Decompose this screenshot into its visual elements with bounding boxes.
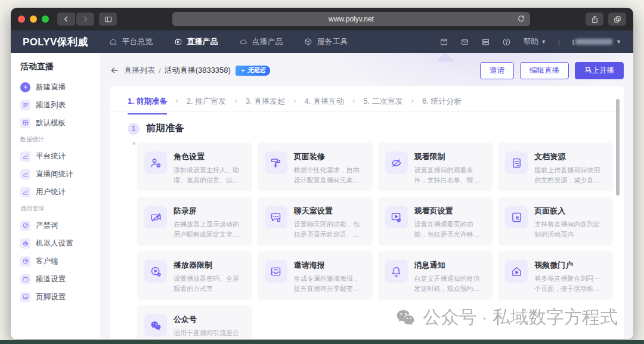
nav-item-tools[interactable]: 服务工具	[304, 36, 348, 47]
storage-box-icon[interactable]	[439, 38, 448, 47]
share-button[interactable]	[586, 13, 603, 26]
card-title: 页面嵌入	[534, 206, 606, 216]
list-icon	[20, 100, 30, 110]
feature-card[interactable]: 角色设置添加或设置主持人、助理、嘉宾的信息、以及新增助...	[137, 142, 252, 191]
appbar-icon-group	[439, 38, 511, 47]
tab-step-6[interactable]: 6. 统计分析	[422, 96, 462, 114]
document-icon	[505, 151, 528, 174]
back-button[interactable]	[57, 13, 75, 26]
feature-card[interactable]: 观看限制设置直播间的观看条件，支持白名单、报名观看、验...	[378, 142, 493, 191]
plus-icon	[20, 82, 30, 92]
wechat-icon	[144, 314, 167, 337]
address-bar[interactable]: www.polyv.net	[172, 12, 530, 26]
polyv-logo[interactable]: POLYV保利威	[23, 35, 88, 49]
sidebar-item[interactable]: 新建直播	[20, 82, 95, 92]
decorate-icon	[265, 151, 287, 174]
card-title: 聊天室设置	[294, 206, 366, 216]
card-text: 观看页设置设置直播观看页的功能，包括是否允许移动端观看等	[414, 206, 486, 237]
divider: |	[558, 38, 560, 47]
breadcrumb-parent[interactable]: 直播列表	[124, 65, 155, 76]
feature-card[interactable]: 播放器限制设置播放器密码、全屏观看的方式等	[137, 251, 252, 300]
sidebar-item[interactable]: 直播间统计	[20, 169, 95, 179]
feature-card[interactable]: 消息通知自定义开播通知的短信发送时机，观众预约直播后，...	[378, 251, 493, 300]
sidebar-item[interactable]: 频道设置	[20, 274, 95, 284]
close-window-button[interactable]	[18, 16, 25, 23]
sidebar-item[interactable]: 默认模板	[20, 117, 95, 128]
caret-down-icon: ▼	[541, 39, 546, 45]
minimize-window-button[interactable]	[30, 16, 37, 23]
card-text: 公众号适用于直播间引流至公众号或客服，沉淀用户至私域...	[174, 314, 245, 339]
action-buttons: 邀请编辑直播马上开播	[480, 62, 624, 79]
card-text: 页面装修根据个性化需求，自由设计配置直播间元素。支持自...	[294, 151, 366, 182]
sidebar-item[interactable]: 页脚设置	[20, 292, 95, 302]
feature-card[interactable]: 聊天室设置设置聊天区的功能，包括是否显示欢迎语、是否支持...	[258, 197, 373, 246]
sidebar-toggle-button[interactable]	[99, 13, 117, 26]
sidebar-item-label: 严禁词	[36, 221, 58, 231]
help-circle-icon[interactable]	[502, 38, 511, 47]
browser-chrome: www.polyv.net	[11, 8, 633, 30]
start-live-button[interactable]: 马上开播	[575, 62, 624, 79]
sidebar-item[interactable]: 用户统计	[20, 187, 95, 197]
scrollbar[interactable]	[616, 99, 620, 196]
help-menu[interactable]: 帮助 ▼	[523, 36, 546, 47]
tab-step-5[interactable]: 5. 二次宣发	[363, 96, 402, 114]
tab-step-4[interactable]: 4. 直播互动	[304, 96, 343, 114]
no-delay-badge: 无延迟	[236, 66, 270, 76]
nav-item-home[interactable]: 平台总览	[109, 36, 153, 47]
edit-live-button[interactable]: 编辑直播	[520, 62, 569, 79]
workflow-tabs: 1. 前期准备›2. 推广宣发›3. 直播发起›4. 直播互动›5. 二次宣发›…	[110, 86, 624, 112]
card-text: 文档资源提前上传直播期间使用的文档资源，减少直播中的失...	[534, 151, 606, 182]
account-menu[interactable]: t ▼	[572, 38, 621, 47]
feature-card[interactable]: 视频微门户将多场直播聚合到同一个页面，便于活动前期的宣发...	[498, 251, 613, 300]
card-text: 播放器限制设置播放器密码、全屏观看的方式等	[174, 260, 245, 291]
tab-step-2[interactable]: 2. 推广宣发	[187, 96, 226, 114]
caret-down-icon: ▼	[616, 39, 621, 45]
chevron-right-icon	[81, 15, 89, 23]
feature-card[interactable]: 页面嵌入支持将直播间内嵌到定制的活动页内	[498, 197, 613, 246]
sidebar-item[interactable]: 频道列表	[20, 100, 95, 110]
back-arrow-icon[interactable]	[110, 66, 119, 75]
feature-card-grid: 角色设置添加或设置主持人、助理、嘉宾的信息、以及新增助...页面装修根据个性化需…	[110, 142, 624, 339]
chevron-right-icon: ›	[175, 96, 178, 111]
card-description: 设置播放器密码、全屏观看的方式等	[174, 274, 245, 293]
mail-icon[interactable]	[460, 38, 469, 47]
invite-button[interactable]: 邀请	[480, 62, 514, 79]
feature-card[interactable]: 观看页设置设置直播观看页的功能，包括是否允许移动端观看等	[378, 197, 493, 246]
refresh-icon[interactable]	[517, 14, 525, 23]
card-text: 防录屏在播放器上显示滚动的用户昵称或固定文字，达到防...	[174, 206, 245, 237]
sidebar-item[interactable]: 平台统计	[20, 151, 95, 162]
chart-icon	[20, 187, 30, 197]
appbar-right: 帮助 ▼ | t ▼	[439, 36, 621, 47]
feature-card[interactable]: 防录屏在播放器上显示滚动的用户昵称或固定文字，达到防...	[137, 197, 252, 246]
card-title: 观看页设置	[414, 206, 486, 216]
sidebar-item[interactable]: 机器人设置	[20, 238, 95, 249]
sidebar-item-label: 机器人设置	[36, 238, 73, 249]
card-text: 页面嵌入支持将直播间内嵌到定制的活动页内	[534, 206, 606, 237]
card-description: 适用于直播间引流至公众号或客服，沉淀用户至私域...	[174, 328, 245, 339]
tabs-overview-button[interactable]	[608, 13, 626, 26]
no-record-icon	[144, 206, 167, 228]
section-title: 前期准备	[146, 122, 184, 135]
help-label: 帮助	[523, 36, 538, 47]
sidebar-item-label: 用户统计	[36, 187, 66, 197]
forward-button[interactable]	[76, 13, 94, 26]
chevron-right-icon: ›	[293, 96, 296, 111]
card-title: 防录屏	[174, 206, 245, 216]
console-icon[interactable]	[481, 38, 490, 47]
feature-card[interactable]: 邀请海报生成专属的邀请海报，提升直播间分享裂变的效果	[258, 251, 373, 300]
sidebar-item-label: 客户端	[36, 256, 58, 266]
chart-icon	[20, 169, 30, 179]
sidebar-item[interactable]: 客户端	[20, 256, 95, 266]
feature-card[interactable]: 页面装修根据个性化需求，自由设计配置直播间元素。支持自...	[258, 142, 373, 191]
nav-item-live[interactable]: 直播产品	[174, 36, 218, 47]
feature-card[interactable]: 文档资源提前上传直播期间使用的文档资源，减少直播中的失...	[498, 142, 613, 191]
tab-step-3[interactable]: 3. 直播发起	[246, 96, 285, 114]
feature-card[interactable]: 公众号适用于直播间引流至公众号或客服，沉淀用户至私域...	[137, 305, 252, 339]
nav-item-vod[interactable]: 点播产品	[239, 36, 283, 47]
fullscreen-window-button[interactable]	[42, 16, 49, 23]
decorative-triangle	[436, 53, 455, 61]
breadcrumb: 直播列表 / 活动直播(3833358) 无延迟 邀请编辑直播马上开播	[110, 61, 624, 79]
tab-step-1[interactable]: 1. 前期准备	[128, 96, 167, 114]
robot-icon	[20, 238, 30, 249]
sidebar-item[interactable]: 严禁词	[20, 220, 95, 231]
